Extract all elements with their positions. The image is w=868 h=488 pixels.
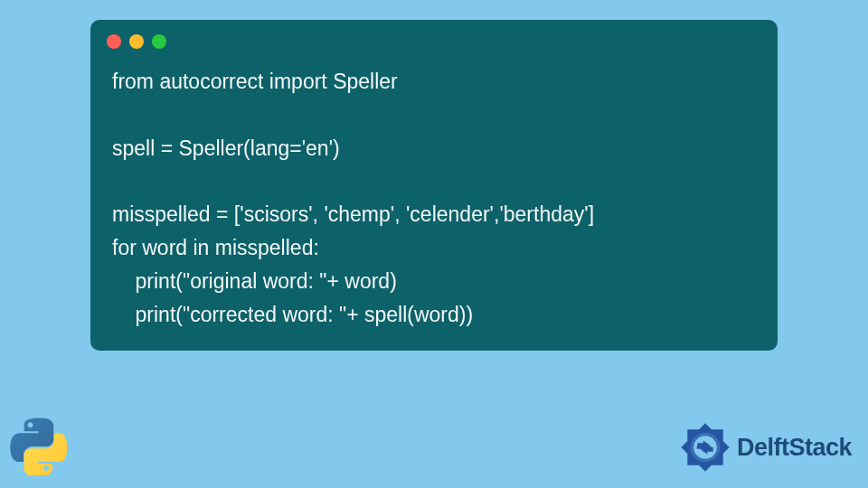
close-icon	[107, 34, 121, 49]
code-block: from autocorrect import Speller spell = …	[90, 54, 778, 334]
python-logo-icon	[9, 418, 67, 475]
code-window: from autocorrect import Speller spell = …	[90, 20, 778, 351]
window-titlebar	[90, 20, 778, 54]
delftstack-branding: DelftStack	[679, 421, 852, 474]
delftstack-logo-icon	[679, 421, 731, 474]
maximize-icon	[152, 34, 166, 49]
minimize-icon	[129, 34, 144, 49]
brand-name: DelftStack	[737, 434, 852, 462]
